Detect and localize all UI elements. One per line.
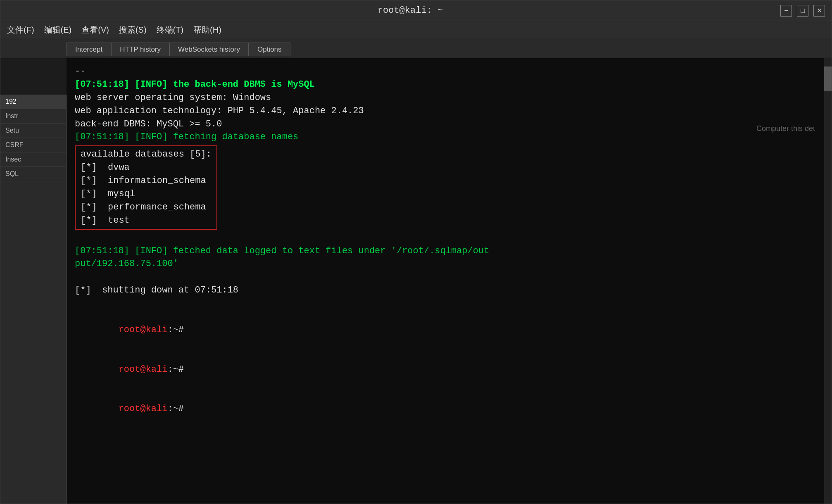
db-item-dvwa: [*] dvwa [81,161,212,174]
sidebar-item-2[interactable]: Setu [0,124,66,138]
menu-help[interactable]: 帮助(H) [193,24,221,36]
db-list-header: available databases [5]: [81,148,212,161]
blank-line-1 [75,231,823,245]
minimize-button[interactable]: − [780,5,792,17]
backend-dbms-line: back-end DBMS: MySQL >= 5.0 [75,118,823,131]
terminal-output: -- [07:51:18] [INFO] the back-end DBMS i… [67,58,832,504]
info-logged-line: [07:51:18] [INFO] fetched data logged to… [75,245,823,258]
sidebar-item-1[interactable]: Instr [0,109,66,124]
scrollbar-thumb[interactable] [824,67,832,91]
webserver-os-line: web server operating system: Windows [75,91,823,105]
right-panel-hint: Computer this det [756,124,815,133]
blank-line-2 [75,271,823,284]
scrollbar[interactable] [824,58,832,504]
left-sidebar: 192 Instr Setu CSRF Insec SQL [0,95,67,504]
sidebar-item-3[interactable]: CSRF [0,138,66,152]
sidebar-item-4[interactable]: Insec [0,152,66,167]
shutdown-line: [*] shutting down at 07:51:18 [75,284,823,297]
sidebar-item-5[interactable]: SQL [0,167,66,181]
prompt-user-2: root@kali [119,364,168,375]
menu-edit[interactable]: 编辑(E) [44,24,72,36]
sidebar-item-0[interactable]: 192 [0,95,66,109]
blank-line-3 [75,297,823,310]
window-controls: − □ ✕ [780,5,825,17]
menu-search[interactable]: 搜索(S) [119,24,147,36]
menu-file[interactable]: 文件(F) [7,24,34,36]
prompt-user-3: root@kali [119,404,168,414]
db-item-mysql: [*] mysql [81,188,212,201]
info-fetching-line: [07:51:18] [INFO] fetching database name… [75,131,823,144]
prompt-user-1: root@kali [119,325,168,335]
tab-intercept[interactable]: Intercept [67,43,111,56]
db-list-container: available databases [5]: [*] dvwa [*] in… [75,145,217,229]
prompt-path-2: :~# [167,364,184,375]
db-item-test: [*] test [81,214,212,227]
terminal-window: root@kali: ~ − □ ✕ 文件(F) 编辑(E) 查看(V) 搜索(… [0,0,832,504]
prompt-2: root@kali:~# [75,350,823,390]
close-button[interactable]: ✕ [813,5,825,17]
separator-line: -- [75,65,823,78]
webapp-tech-line: web application technology: PHP 5.4.45, … [75,105,823,118]
menu-bar: 文件(F) 编辑(E) 查看(V) 搜索(S) 终端(T) 帮助(H) [0,21,832,39]
tab-options[interactable]: Options [249,43,290,56]
window-title: root@kali: ~ [40,5,780,16]
info-logged-line2: put/192.168.75.100' [75,257,823,271]
maximize-button[interactable]: □ [797,5,808,17]
title-bar: root@kali: ~ − □ ✕ [0,0,832,21]
menu-view[interactable]: 查看(V) [81,24,109,36]
prompt-path-3: :~# [167,404,184,414]
menu-terminal[interactable]: 终端(T) [157,24,184,36]
prompt-3: root@kali:~# [75,389,823,429]
db-item-information-schema: [*] information_schema [81,174,212,188]
prompt-1: root@kali:~# [75,310,823,350]
tab-http-history[interactable]: HTTP history [111,43,169,56]
tab-websockets[interactable]: WebSockets history [169,43,249,56]
db-item-performance-schema: [*] performance_schema [81,201,212,214]
prompt-path-1: :~# [167,325,184,335]
tabs-bar: Intercept HTTP history WebSockets histor… [0,39,832,58]
info-dbms-line: [07:51:18] [INFO] the back-end DBMS is M… [75,78,823,91]
